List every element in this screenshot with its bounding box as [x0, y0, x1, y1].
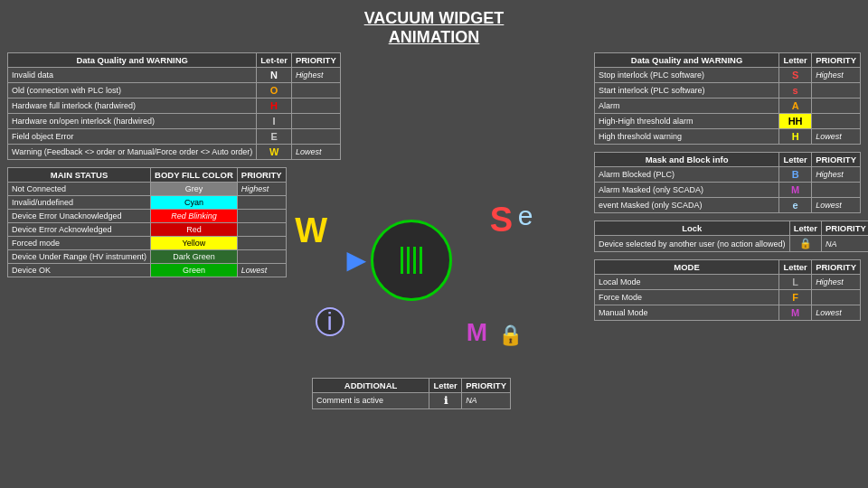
row-letter: HH — [779, 114, 812, 129]
row-color: Green — [151, 264, 238, 277]
col-header-dq: Data Quality and WARNING — [8, 53, 257, 68]
row-letter: L — [779, 275, 812, 290]
row-label: High threshold warning — [595, 129, 779, 145]
row-label: Invalid data — [8, 68, 257, 83]
row-label: Manual Mode — [595, 305, 779, 321]
r-col-lock-priority: PRIORITY — [822, 221, 868, 236]
row-color: Dark Green — [151, 250, 238, 264]
row-label: Alarm Masked (only SCADA) — [595, 183, 779, 198]
row-priority — [812, 83, 861, 99]
W-letter: W — [295, 211, 327, 250]
row-label: Device Error Acknowledged — [8, 223, 151, 237]
row-label: Warning (Feedback <> order or Manual/For… — [8, 145, 257, 160]
table-row: High-High threshold alarmHH — [595, 114, 861, 129]
S-letter: S — [490, 201, 513, 239]
row-priority — [812, 183, 861, 198]
row-priority — [812, 114, 861, 129]
row-priority — [812, 290, 861, 305]
row-priority: NA — [822, 236, 868, 252]
gate-line-3 — [413, 247, 416, 274]
r-col-mode-letter: Letter — [779, 260, 812, 275]
r-col-mask: Mask and Block info — [595, 153, 779, 167]
right-mode-table: MODE Letter PRIORITY Local ModeLHighestF… — [594, 259, 861, 321]
row-color: Yellow — [151, 237, 238, 250]
table-row: Force ModeF — [595, 290, 861, 305]
table-row: Alarm Masked (only SCADA)M — [595, 183, 861, 198]
col-header-bodycolor: BODY FILL COLOR — [151, 168, 238, 183]
row-letter: M — [779, 305, 812, 321]
row-letter: F — [779, 290, 812, 305]
row-label: Field object Error — [8, 129, 257, 145]
row-label: Forced mode — [8, 237, 151, 250]
row-letter: S — [779, 68, 812, 83]
row-label: Hardware on/open interlock (hardwired) — [8, 114, 257, 129]
table-row: Device selected by another user (no acti… — [595, 236, 869, 252]
table-row: event Masked (only SCADA)eLowest — [595, 198, 861, 213]
r-col-mask-priority: PRIORITY — [812, 153, 861, 167]
row-priority — [812, 99, 861, 114]
r-col-lock-letter: Letter — [789, 221, 821, 236]
gate-line-1 — [401, 247, 403, 274]
row-color: Red Blinking — [151, 210, 238, 223]
row-priority: Highest — [812, 167, 861, 183]
row-label: Not Connected — [8, 183, 151, 196]
table-row: Manual ModeMLowest — [595, 305, 861, 321]
right-lock-table: Lock Letter PRIORITY Device selected by … — [594, 221, 868, 252]
row-label: Force Mode — [595, 290, 779, 305]
row-priority: Highest — [812, 68, 861, 83]
row-letter: A — [779, 99, 812, 114]
table-row: Stop interlock (PLC software)SHighest — [595, 68, 861, 83]
animation-area: ► W S e i M 🔒 — [285, 125, 538, 396]
page-title: VACUUM WIDGET ANIMATION — [0, 0, 868, 52]
row-priority: Lowest — [812, 305, 861, 321]
right-mask-table: Mask and Block info Letter PRIORITY Alar… — [594, 152, 861, 213]
row-label: Start interlock (PLC software) — [595, 83, 779, 99]
gate-lines — [401, 247, 422, 274]
r-col-dq: Data Quality and WARNING — [595, 53, 779, 68]
arrow-left-icon: ► — [341, 241, 373, 279]
row-priority: Lowest — [812, 198, 861, 213]
M-letter: M — [467, 318, 487, 347]
table-row: Alarm Blocked (PLC)BHighest — [595, 167, 861, 183]
main-layout: Data Quality and WARNING Let-ter PRIORIT… — [0, 52, 868, 484]
row-label: Invalid/undefined — [8, 196, 151, 210]
e-letter: e — [518, 201, 533, 231]
row-priority: Highest — [812, 275, 861, 290]
r-col-mask-letter: Letter — [779, 153, 812, 167]
table-row: High threshold warningHLowest — [595, 129, 861, 145]
table-row: Local ModeLHighest — [595, 275, 861, 290]
row-color: Red — [151, 223, 238, 237]
vacuum-widget-circle — [371, 220, 452, 301]
row-color: Cyan — [151, 196, 238, 210]
row-letter: H — [779, 129, 812, 145]
table-row: AlarmA — [595, 99, 861, 114]
r-col-priority: PRIORITY — [812, 53, 861, 68]
table-row: Start interlock (PLC software)s — [595, 83, 861, 99]
row-label: Local Mode — [595, 275, 779, 290]
right-panel: Data Quality and WARNING Letter PRIORITY… — [594, 52, 861, 481]
row-letter: e — [779, 198, 812, 213]
row-letter: 🔒 — [789, 236, 821, 252]
row-label: Device selected by another user (no acti… — [595, 236, 790, 252]
right-data-quality-table: Data Quality and WARNING Letter PRIORITY… — [594, 52, 861, 145]
row-label: Hardware full interlock (hardwired) — [8, 99, 257, 114]
row-letter: M — [779, 183, 812, 198]
gate-line-2 — [407, 247, 410, 274]
row-label: Device Under Range (HV instrument) — [8, 250, 151, 264]
row-label: Device Error Unacknowledged — [8, 210, 151, 223]
row-label: Alarm Blocked (PLC) — [595, 167, 779, 183]
r-col-mode: MODE — [595, 260, 779, 275]
gate-line-4 — [420, 247, 422, 274]
r-col-mode-priority: PRIORITY — [812, 260, 861, 275]
row-letter: B — [779, 167, 812, 183]
row-priority: Lowest — [812, 129, 861, 145]
row-label: Stop interlock (PLC software) — [595, 68, 779, 83]
i-letter: i — [316, 307, 344, 336]
row-label: Device OK — [8, 264, 151, 277]
center-panel: ► W S e i M 🔒 — [234, 52, 589, 481]
row-letter: s — [779, 83, 812, 99]
row-color: Grey — [151, 183, 238, 196]
lock-letter: 🔒 — [498, 324, 523, 347]
left-panel: Data Quality and WARNING Let-ter PRIORIT… — [7, 52, 229, 481]
row-label: event Masked (only SCADA) — [595, 198, 779, 213]
